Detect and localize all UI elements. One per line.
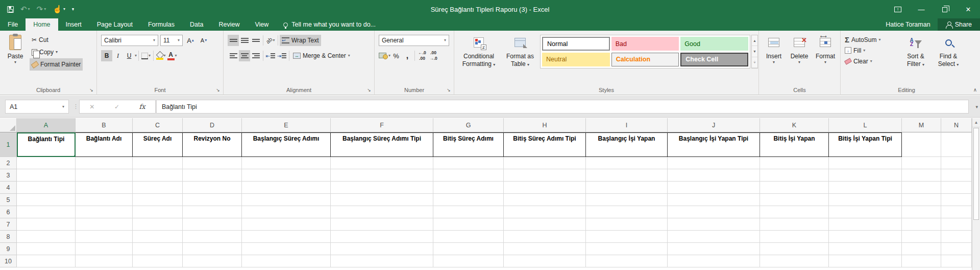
cell-H1[interactable]: Bitiş Süreç Adımı Tipi — [504, 132, 586, 157]
middle-align-button[interactable] — [239, 35, 250, 46]
tab-formulas[interactable]: Formulas — [140, 18, 182, 31]
cell-D1[interactable]: Revizyon No — [183, 132, 242, 157]
column-header-A[interactable]: A — [17, 118, 76, 132]
expand-formula-bar-icon[interactable]: ▾ — [975, 100, 978, 114]
cell-J10[interactable] — [668, 255, 760, 267]
cell-G5[interactable] — [433, 194, 504, 206]
cell-F5[interactable] — [331, 194, 433, 206]
top-align-button[interactable] — [228, 35, 239, 46]
cell-F1[interactable]: Başlangıç Süreç Adımı Tipi — [331, 132, 433, 157]
italic-button[interactable]: I — [112, 50, 124, 61]
cell-B5[interactable] — [76, 194, 133, 206]
enter-icon[interactable]: ✓ — [114, 103, 119, 110]
cell-K2[interactable] — [760, 157, 829, 169]
close-icon[interactable]: ✕ — [957, 0, 980, 18]
cell-G7[interactable] — [433, 218, 504, 231]
increase-indent-button[interactable]: ⇥ — [276, 50, 287, 61]
style-good[interactable]: Good — [680, 37, 748, 51]
clipboard-dialog-launcher-icon[interactable]: ↘ — [88, 87, 94, 93]
style-neutral[interactable]: Neutral — [542, 53, 610, 66]
tab-home[interactable]: Home — [26, 18, 58, 31]
cell-F9[interactable] — [331, 243, 433, 255]
row-header-8[interactable]: 8 — [0, 231, 17, 243]
cell-D5[interactable] — [183, 194, 242, 206]
row-header-10[interactable]: 10 — [0, 255, 17, 267]
cell-I6[interactable] — [586, 206, 668, 218]
cell-B4[interactable] — [76, 182, 133, 194]
formula-bar-splitter[interactable]: ⋮ — [73, 100, 79, 114]
cell-I4[interactable] — [586, 182, 668, 194]
cell-L5[interactable] — [829, 194, 902, 206]
cell-D3[interactable] — [183, 169, 242, 182]
column-header-J[interactable]: J — [668, 118, 760, 132]
minimize-icon[interactable]: — — [910, 0, 933, 18]
increase-decimal-button[interactable]: ←.0.00 — [416, 50, 428, 61]
user-name[interactable]: Hatice Toraman — [886, 18, 930, 31]
cell-D2[interactable] — [183, 157, 242, 169]
cell-G6[interactable] — [433, 206, 504, 218]
cell-E9[interactable] — [242, 243, 331, 255]
cell-I2[interactable] — [586, 157, 668, 169]
borders-button[interactable]: ▾ — [140, 50, 152, 61]
cell-L1[interactable]: Bitiş İşi Yapan Tipi — [829, 132, 902, 157]
fill-button[interactable]: ↓ Fill ▾ — [845, 45, 880, 56]
cell-N5[interactable] — [941, 194, 972, 206]
cell-B10[interactable] — [76, 255, 133, 267]
cut-button[interactable]: ✂ Cut — [30, 34, 83, 46]
format-painter-button[interactable]: Format Painter — [30, 58, 83, 71]
cell-N1[interactable] — [941, 132, 972, 157]
cell-N4[interactable] — [941, 182, 972, 194]
bold-button[interactable]: B — [101, 50, 112, 61]
customize-qat-icon[interactable]: ▾ — [72, 8, 74, 11]
cell-K9[interactable] — [760, 243, 829, 255]
row-header-5[interactable]: 5 — [0, 194, 17, 206]
decrease-indent-button[interactable]: ⇤ — [265, 50, 276, 61]
name-box-dropdown-icon[interactable]: ▾ — [62, 105, 64, 109]
cell-F4[interactable] — [331, 182, 433, 194]
cell-K6[interactable] — [760, 206, 829, 218]
cell-E4[interactable] — [242, 182, 331, 194]
tab-insert[interactable]: Insert — [58, 18, 89, 31]
cell-L2[interactable] — [829, 157, 902, 169]
center-button[interactable] — [239, 50, 250, 61]
percent-button[interactable]: % — [390, 50, 402, 61]
style-bad[interactable]: Bad — [611, 37, 679, 51]
cell-I3[interactable] — [586, 169, 668, 182]
cell-B7[interactable] — [76, 218, 133, 231]
align-right-button[interactable] — [250, 50, 261, 61]
format-as-table-button[interactable]: Format as Table ▾ — [502, 34, 538, 68]
cell-F2[interactable] — [331, 157, 433, 169]
ribbon-display-options-icon[interactable]: ↑ — [886, 0, 910, 18]
comma-button[interactable]: , — [402, 50, 413, 61]
column-header-C[interactable]: C — [133, 118, 183, 132]
sort-filter-button[interactable]: AZ Sort & Filter ▾ — [901, 34, 930, 68]
cell-E10[interactable] — [242, 255, 331, 267]
cell-H5[interactable] — [504, 194, 586, 206]
cell-I10[interactable] — [586, 255, 668, 267]
redo-icon[interactable]: ↷▾ — [37, 5, 46, 14]
cell-J3[interactable] — [668, 169, 760, 182]
bottom-align-button[interactable] — [250, 35, 261, 46]
gallery-up-icon[interactable]: ▲ — [752, 35, 757, 46]
grow-font-button[interactable]: A▴ — [185, 35, 196, 46]
cell-M9[interactable] — [902, 243, 941, 255]
cell-F7[interactable] — [331, 218, 433, 231]
cell-A7[interactable] — [17, 218, 76, 231]
decrease-decimal-button[interactable]: .00→.0 — [428, 50, 439, 61]
cell-F10[interactable] — [331, 255, 433, 267]
column-header-I[interactable]: I — [586, 118, 668, 132]
cell-A10[interactable] — [17, 255, 76, 267]
cell-K7[interactable] — [760, 218, 829, 231]
cell-H9[interactable] — [504, 243, 586, 255]
cell-M3[interactable] — [902, 169, 941, 182]
gallery-down-icon[interactable]: ▼ — [752, 46, 757, 57]
cell-K8[interactable] — [760, 231, 829, 243]
row-header-6[interactable]: 6 — [0, 206, 17, 218]
cell-A3[interactable] — [17, 169, 76, 182]
save-icon[interactable] — [7, 6, 14, 13]
cell-A4[interactable] — [17, 182, 76, 194]
cell-M5[interactable] — [902, 194, 941, 206]
cell-L10[interactable] — [829, 255, 902, 267]
style-calculation[interactable]: Calculation — [611, 53, 679, 66]
cell-A9[interactable] — [17, 243, 76, 255]
